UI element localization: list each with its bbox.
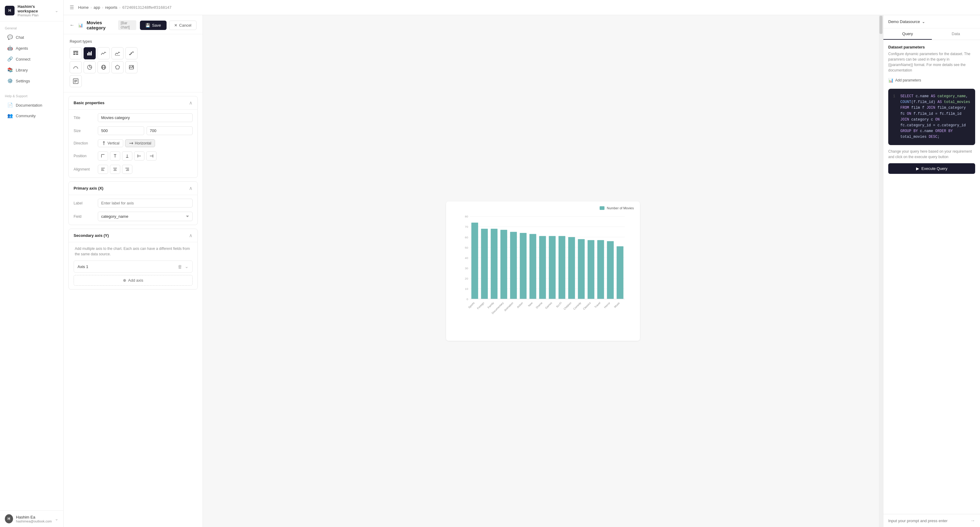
add-params-button[interactable]: 📊 Add parameters <box>888 76 975 84</box>
title-input[interactable] <box>98 113 192 122</box>
report-type-image[interactable] <box>126 61 137 73</box>
report-types-title: Report types <box>70 39 197 44</box>
align-center-button[interactable] <box>110 165 120 174</box>
report-type-bar[interactable] <box>84 47 96 59</box>
back-button[interactable]: ← <box>70 22 75 28</box>
sidebar-item-library[interactable]: 📚 Library <box>2 65 61 75</box>
sidebar-item-label: Chat <box>16 35 24 40</box>
svg-point-13 <box>130 54 131 54</box>
prompt-send-icon[interactable]: → <box>970 518 975 523</box>
report-type-area[interactable] <box>111 47 124 59</box>
svg-rect-4 <box>76 54 78 55</box>
sidebar-toggle-icon[interactable]: ☰ <box>70 5 74 10</box>
breadcrumb-reports[interactable]: reports <box>105 5 117 10</box>
user-profile[interactable]: H Hashim Ea hashimea@outlook.com ⌄ <box>0 510 63 527</box>
direction-horizontal-button[interactable]: Horizontal <box>125 139 155 147</box>
axis-delete-icon[interactable]: 🗑 <box>178 264 182 269</box>
alignment-label: Alignment <box>73 167 98 172</box>
svg-rect-70 <box>471 223 478 299</box>
svg-point-10 <box>129 54 130 55</box>
axis-item-label: Axis 1 <box>78 264 88 269</box>
svg-rect-6 <box>88 52 89 56</box>
secondary-axis-collapse-icon[interactable]: ∧ <box>189 232 192 238</box>
svg-text:Classics: Classics <box>582 301 592 311</box>
report-type-scatter[interactable] <box>126 47 137 59</box>
axis-label-input[interactable] <box>98 199 192 207</box>
position-left-button[interactable] <box>134 151 145 161</box>
sql-editor[interactable]: 1 SELECT c.name AS category_name, COUNT(… <box>888 89 975 145</box>
sidebar-item-community[interactable]: 👥 Community <box>2 111 61 121</box>
svg-rect-8 <box>91 51 92 56</box>
svg-text:Family: Family <box>487 301 495 309</box>
position-bottom-center-button[interactable] <box>122 151 132 161</box>
report-type-line[interactable] <box>97 47 110 59</box>
position-right-button[interactable] <box>146 151 157 161</box>
workspace-info[interactable]: H Hashim's workspace Premium Plan <box>5 4 55 17</box>
sidebar-item-label: Community <box>16 113 36 118</box>
breadcrumb-home[interactable]: Home <box>78 5 89 10</box>
svg-text:Travel: Travel <box>594 301 601 309</box>
size-row: Size <box>73 126 192 135</box>
axis-field-select[interactable]: category_name <box>98 212 192 221</box>
height-input[interactable] <box>146 126 193 135</box>
agents-icon: 🤖 <box>7 45 13 51</box>
report-type-table[interactable] <box>70 47 82 59</box>
add-axis-button[interactable]: ⊕ Add axis <box>73 275 192 286</box>
tab-query[interactable]: Query <box>883 29 932 40</box>
axis-expand-icon[interactable]: ⌄ <box>185 264 189 269</box>
axis-field-label: Field <box>73 215 98 219</box>
svg-text:Action: Action <box>516 301 523 309</box>
datasource-selector[interactable]: Demo Datasource ⌄ <box>888 19 925 24</box>
basic-properties-collapse-icon[interactable]: ∧ <box>189 100 192 106</box>
save-button[interactable]: 💾 Save <box>140 21 167 30</box>
sidebar-item-settings[interactable]: ⚙️ Settings <box>2 76 61 86</box>
svg-text:70: 70 <box>465 225 468 228</box>
svg-rect-90 <box>568 237 575 299</box>
size-inputs <box>98 126 192 135</box>
sidebar-item-label: Connect <box>16 57 30 62</box>
primary-axis-collapse-icon[interactable]: ∧ <box>189 185 192 191</box>
position-group <box>98 151 192 161</box>
workspace-chevron-icon[interactable]: ⌄ <box>55 8 59 13</box>
right-panel: Demo Datasource ⌄ Query Data Dataset par… <box>883 15 980 527</box>
direction-row: Direction Vertical Horizontal <box>73 139 192 147</box>
report-type-polygon[interactable] <box>111 61 124 73</box>
right-panel-header: Demo Datasource ⌄ <box>883 15 980 29</box>
left-panel: ← 📊 Movies category [Bar chart] 💾 Save ✕… <box>64 15 203 527</box>
sql-line-3: FROM film f JOIN film_category <box>893 105 970 111</box>
align-right-button[interactable] <box>122 165 132 174</box>
report-type-text[interactable] <box>70 75 82 87</box>
chart-scrollbar[interactable] <box>879 15 883 527</box>
sidebar-item-chat[interactable]: 💬 Chat <box>2 32 61 42</box>
report-type-gauge[interactable] <box>70 61 82 73</box>
report-type-globe[interactable] <box>97 61 110 73</box>
user-chevron-icon[interactable]: ⌄ <box>55 516 59 521</box>
position-top-center-button[interactable] <box>110 151 120 161</box>
svg-rect-78 <box>510 232 517 299</box>
prompt-input[interactable] <box>888 519 968 523</box>
chart-scrollbar-thumb[interactable] <box>880 16 883 34</box>
svg-rect-96 <box>597 240 604 299</box>
sidebar-item-connect[interactable]: 🔗 Connect <box>2 54 61 64</box>
align-left-button[interactable] <box>98 165 108 174</box>
width-input[interactable] <box>98 126 144 135</box>
axis-item-1: Axis 1 🗑 ⌄ <box>73 261 192 272</box>
sidebar-item-agents[interactable]: 🤖 Agents <box>2 43 61 53</box>
report-type-radial[interactable] <box>84 61 96 73</box>
sql-line-6: fc.category_id = c.category_id <box>893 123 970 128</box>
primary-axis-body: Label Field category_name <box>69 195 197 225</box>
position-top-left-button[interactable] <box>98 151 108 161</box>
execute-query-button[interactable]: ▶ Execute Query <box>888 163 975 174</box>
right-panel-content: Dataset parameters Configure dynamic par… <box>883 40 980 514</box>
svg-text:0: 0 <box>466 298 468 301</box>
direction-label: Direction <box>73 141 98 145</box>
help-section-label: Help & Support <box>0 89 63 100</box>
basic-properties-body: Title Size Direction <box>69 110 197 177</box>
direction-vertical-button[interactable]: Vertical <box>98 139 123 147</box>
cancel-button[interactable]: ✕ Cancel <box>169 21 197 30</box>
cancel-icon: ✕ <box>174 23 177 27</box>
sidebar-item-documentation[interactable]: 📄 Documentation <box>2 100 61 110</box>
tab-data[interactable]: Data <box>932 29 980 40</box>
breadcrumb-app[interactable]: app <box>94 5 100 10</box>
dataset-params-desc: Configure dynamic parameters for the dat… <box>888 51 975 73</box>
